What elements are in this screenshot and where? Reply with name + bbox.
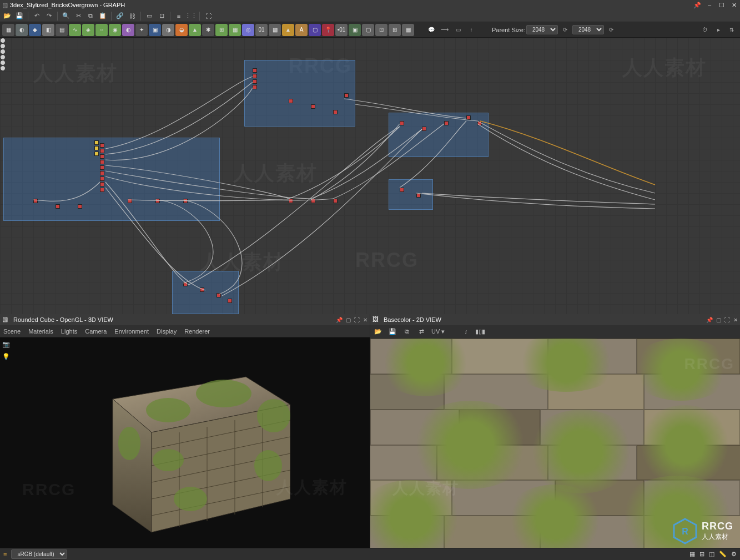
- undo-icon[interactable]: ↶: [32, 11, 42, 21]
- graph-node[interactable]: [217, 293, 221, 297]
- layers-icon[interactable]: ≡: [3, 551, 7, 558]
- comp-icon[interactable]: ⊡: [375, 24, 387, 36]
- graph-node[interactable]: [333, 110, 338, 114]
- distribute-icon[interactable]: ⋮⋮: [186, 11, 196, 21]
- graph-node[interactable]: [289, 199, 293, 203]
- output-node[interactable]: [0, 60, 6, 65]
- tab-environment[interactable]: Environment: [114, 328, 149, 335]
- tab-lights[interactable]: Lights: [61, 328, 77, 335]
- emboss-icon[interactable]: ▲: [189, 24, 201, 36]
- graph-node[interactable]: [100, 188, 104, 192]
- graph-node[interactable]: [477, 121, 482, 125]
- ruler-icon[interactable]: 📏: [719, 551, 727, 558]
- graph-node[interactable]: [253, 68, 257, 73]
- cut-icon[interactable]: ✂: [73, 11, 83, 21]
- redo-icon[interactable]: ↷: [44, 11, 54, 21]
- split-icon[interactable]: ◫: [709, 551, 714, 558]
- pin-icon[interactable]: 📌: [336, 317, 343, 323]
- graph-node[interactable]: [56, 204, 60, 209]
- tab-scene[interactable]: Scene: [3, 328, 21, 335]
- node-frame[interactable]: [172, 271, 239, 314]
- info-icon[interactable]: ▭: [452, 24, 464, 36]
- graph-node[interactable]: [466, 115, 471, 120]
- graph-node[interactable]: [416, 193, 421, 198]
- output-node[interactable]: [0, 54, 6, 60]
- graph-node[interactable]: [400, 188, 404, 192]
- fx-icon[interactable]: ✱: [202, 24, 214, 36]
- camera-icon[interactable]: 📷: [2, 341, 11, 350]
- graph-node[interactable]: [253, 74, 257, 78]
- copy-icon[interactable]: ⧉: [402, 327, 411, 336]
- light-icon[interactable]: 💡: [2, 353, 11, 362]
- autolayout-icon[interactable]: ⇅: [726, 24, 738, 36]
- search-icon[interactable]: 🔍: [61, 11, 71, 21]
- viewport-2d[interactable]: RRCG 人人素材 2048 x 2048 (RGBA, 16bit F) ≡ …: [370, 339, 740, 560]
- tile2-icon[interactable]: ▦: [229, 24, 241, 36]
- align-icon[interactable]: ≡: [174, 11, 184, 21]
- normal-icon[interactable]: ◐: [122, 24, 134, 36]
- crop-icon[interactable]: ⛶: [203, 11, 213, 21]
- refresh2-icon[interactable]: ⟳: [605, 24, 617, 36]
- maximize-icon[interactable]: ⛶: [724, 317, 730, 323]
- node-frame[interactable]: [244, 60, 355, 127]
- node-frame[interactable]: [389, 179, 433, 210]
- text-a-icon[interactable]: A: [295, 24, 308, 36]
- output-icon[interactable]: ▣: [349, 24, 361, 36]
- warning-icon[interactable]: ▲: [282, 24, 294, 36]
- input-icon[interactable]: ▢: [362, 24, 374, 36]
- graph-node[interactable]: [183, 199, 188, 203]
- pin-icon[interactable]: 📌: [706, 317, 713, 323]
- graph-node[interactable]: [100, 154, 104, 159]
- svg-icon[interactable]: ◎: [242, 24, 254, 36]
- node-graph-viewport[interactable]: 人人素材 RRCG 人人素材 人人素材 RRCG 人人素材: [0, 38, 740, 314]
- tab-materials[interactable]: Materials: [28, 328, 53, 335]
- output-node[interactable]: [0, 49, 6, 54]
- save-icon[interactable]: 💾: [388, 327, 397, 336]
- transform-icon[interactable]: ◈: [82, 24, 94, 36]
- unlink-icon[interactable]: ⛓: [127, 11, 137, 21]
- pin-node-icon[interactable]: 📍: [322, 24, 334, 36]
- graph-node[interactable]: [94, 152, 99, 156]
- size2-select[interactable]: 2048: [572, 25, 604, 34]
- graph-node[interactable]: [311, 104, 315, 109]
- graph-node[interactable]: [311, 199, 315, 203]
- minimize-icon[interactable]: –: [706, 2, 713, 9]
- maximize-icon[interactable]: ☐: [718, 2, 726, 9]
- node-frame[interactable]: [3, 138, 220, 221]
- chevron-icon[interactable]: ▸: [712, 24, 724, 36]
- viewport-3d[interactable]: 📷 💡: [0, 337, 370, 560]
- tile-icon[interactable]: ⊞: [699, 551, 704, 558]
- output-node[interactable]: [0, 38, 6, 43]
- popout-icon[interactable]: ▢: [346, 317, 351, 323]
- graph-node[interactable]: [333, 199, 338, 203]
- gradient-icon[interactable]: ▤: [56, 24, 68, 36]
- info-icon[interactable]: i: [461, 327, 470, 336]
- graph-node[interactable]: [289, 99, 293, 103]
- graph-node[interactable]: [128, 199, 132, 203]
- graph-node[interactable]: [100, 165, 104, 170]
- open-icon[interactable]: 📂: [2, 11, 12, 21]
- graph-node[interactable]: [400, 121, 404, 125]
- comp3-icon[interactable]: ▦: [402, 24, 414, 36]
- graph-node[interactable]: [100, 143, 104, 148]
- graph-node[interactable]: [100, 176, 104, 181]
- frame-icon[interactable]: ▭: [144, 11, 154, 21]
- parent-size-select[interactable]: 2048: [526, 25, 558, 34]
- refresh-icon[interactable]: ⟳: [559, 24, 571, 36]
- split-icon[interactable]: ⇄: [417, 327, 426, 336]
- output-node[interactable]: [0, 65, 6, 71]
- levels-icon[interactable]: ◧: [42, 24, 54, 36]
- graph-node[interactable]: [100, 160, 104, 164]
- graph-node[interactable]: [422, 127, 426, 131]
- graph-node[interactable]: [100, 182, 104, 186]
- graph-node[interactable]: [155, 199, 160, 203]
- noise-icon[interactable]: ▩: [269, 24, 281, 36]
- uv-dropdown[interactable]: UV ▾: [431, 328, 445, 335]
- close-icon[interactable]: ✕: [733, 317, 738, 323]
- uniform-color-icon[interactable]: ◐: [16, 24, 28, 36]
- link-icon[interactable]: 🔗: [115, 11, 125, 21]
- comp2-icon[interactable]: ⊞: [389, 24, 401, 36]
- text-01-icon[interactable]: 01: [255, 24, 268, 36]
- tile-icon[interactable]: ⊞: [215, 24, 228, 36]
- hsl-icon[interactable]: ◒: [175, 24, 188, 36]
